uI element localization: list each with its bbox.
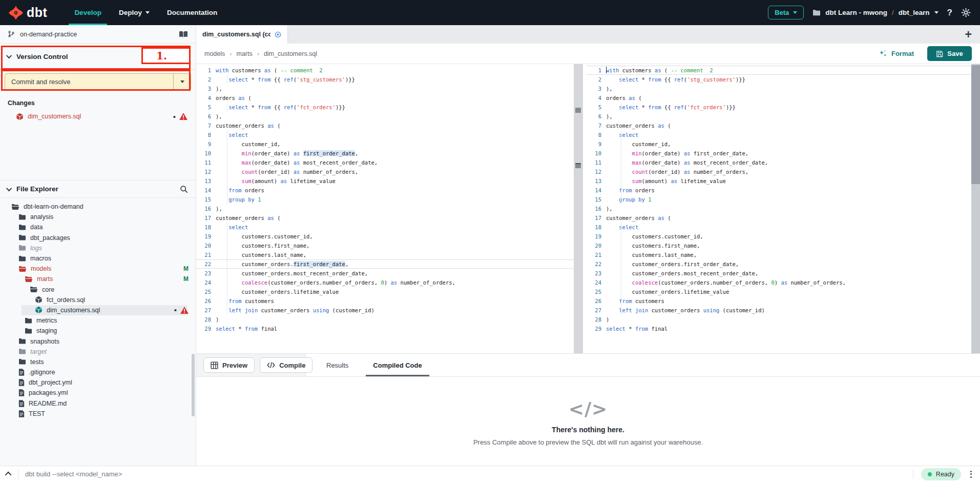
code-line-28[interactable]: 28) [587,315,971,324]
code-line-14[interactable]: 14 from orders [587,186,971,195]
code-line-18[interactable]: 18 select [196,223,574,232]
code-line-19[interactable]: 19 customers.customer_id, [587,232,971,241]
tree-item-dbt_project.yml[interactable]: dbt_project.yml [0,377,196,388]
file-explorer-header[interactable]: File Explorer [0,180,196,198]
code-line-3[interactable]: 3), [196,84,574,93]
code-line-22[interactable]: 22 customer_orders.first_order_date, [587,259,971,269]
code-line-2[interactable]: 2 select * from {{ ref('stg_customers')}… [196,75,574,84]
code-line-24[interactable]: 24 coalesce(customer_orders.number_of_or… [587,278,971,287]
code-line-10[interactable]: 10 min(order_date) as first_order_date, [196,149,574,158]
code-line-13[interactable]: 13 sum(amount) as lifetime_value [196,176,574,186]
code-line-3[interactable]: 3), [587,84,971,93]
left-pane-scrollbar[interactable] [574,64,583,353]
tree-item-snapshots[interactable]: snapshots [0,336,196,346]
commit-dropdown-toggle[interactable] [173,74,191,90]
tree-item-.gitignore[interactable]: .gitignore [0,367,196,377]
command-input[interactable]: dbt build --select <model_name> [25,470,906,478]
code-line-14[interactable]: 14 from orders [196,186,574,195]
project-switcher[interactable]: dbt Learn - mwong / dbt_learn [812,9,938,16]
sidebar-scrollbar[interactable] [192,354,195,416]
menu-develop[interactable]: Develop [66,0,110,25]
save-button[interactable]: Save [927,46,972,61]
code-line-20[interactable]: 20 customers.first_name, [196,241,574,250]
tree-item-data[interactable]: data [0,222,196,232]
code-line-4[interactable]: 4orders as ( [196,93,574,103]
tree-item-TEST[interactable]: TEST [0,409,196,419]
compile-button[interactable]: Compile [260,357,312,373]
preview-button[interactable]: Preview [203,357,255,373]
breadcrumb-item-dim_customers.sql[interactable]: dim_customers.sql [264,50,317,57]
menu-deploy[interactable]: Deploy [110,0,158,25]
code-line-15[interactable]: 15 group by 1 [196,195,574,204]
code-line-8[interactable]: 8 select [587,130,971,139]
code-line-12[interactable]: 12 count(order_id) as number_of_orders, [196,167,574,176]
code-line-11[interactable]: 11 max(order_date) as most_recent_order_… [587,158,971,167]
tree-item-models[interactable]: modelsM [0,264,196,274]
commit-and-resolve-button[interactable]: Commit and resolve [5,73,191,90]
tree-item-macros[interactable]: macros [0,253,196,264]
code-line-12[interactable]: 12 count(order_id) as number_of_orders, [587,167,971,176]
tree-item-target[interactable]: target [0,347,196,357]
editor-pane-left[interactable]: 1with customers as ( -- comment 22 selec… [196,64,574,353]
tree-item-dbt-learn-on-demand[interactable]: dbt-learn-on-demand [0,202,196,212]
beta-button[interactable]: Beta [768,6,804,19]
book-icon[interactable] [179,31,188,38]
code-line-6[interactable]: 6), [196,112,574,121]
code-line-21[interactable]: 21 customers.last_name, [196,250,574,259]
code-line-17[interactable]: 17customer_orders as ( [587,213,971,223]
tree-item-metrics[interactable]: metrics [0,315,196,326]
code-line-23[interactable]: 23 customer_orders.most_recent_order_dat… [196,269,574,278]
tab-results[interactable]: Results [326,354,348,376]
kebab-menu-icon[interactable] [969,469,973,479]
format-button[interactable]: Format [879,49,914,58]
code-line-25[interactable]: 25 customer_orders.lifetime_value [587,287,971,296]
code-line-5[interactable]: 5 select * from {{ ref('fct_orders')}} [196,103,574,112]
search-icon[interactable] [180,185,188,193]
tree-item-packages.yml[interactable]: packages.yml [0,388,196,398]
help-icon[interactable]: ? [947,8,952,18]
code-line-6[interactable]: 6), [587,112,971,121]
version-control-header[interactable]: Version Control [0,44,196,70]
code-line-29[interactable]: 29select * from final [196,324,574,333]
code-line-18[interactable]: 18 select [587,223,971,232]
code-line-8[interactable]: 8 select [196,130,574,139]
tree-item-analysis[interactable]: analysis [0,212,196,222]
code-line-1[interactable]: 1with customers as ( -- comment 2 [196,66,574,75]
code-line-21[interactable]: 21 customers.last_name, [587,250,971,259]
code-line-26[interactable]: 26 from customers [587,296,971,306]
code-line-13[interactable]: 13 sum(amount) as lifetime_value [587,176,971,186]
new-tab-button[interactable]: + [965,29,972,41]
menu-documentation[interactable]: Documentation [158,0,226,25]
code-line-7[interactable]: 7customer_orders as ( [587,121,971,130]
code-line-16[interactable]: 16), [587,204,971,213]
tree-item-fct_orders.sql[interactable]: fct_orders.sql [0,295,196,305]
tab-compiled-code[interactable]: Compiled Code [373,354,422,376]
code-line-1[interactable]: 1with customers as ( -- comment 2 [587,66,971,75]
chevron-up-icon[interactable] [5,472,12,478]
tree-item-README.md[interactable]: README.md [0,398,196,409]
code-line-19[interactable]: 19 customers.customer_id, [196,232,574,241]
code-line-9[interactable]: 9 customer_id, [587,139,971,149]
tree-item-tests[interactable]: tests [0,357,196,367]
breadcrumb-item-marts[interactable]: marts [236,50,252,57]
tree-item-dbt_packages[interactable]: dbt_packages [0,233,196,243]
tree-item-staging[interactable]: staging [0,326,196,336]
gear-icon[interactable] [961,8,971,17]
code-line-16[interactable]: 16), [196,204,574,213]
code-line-29[interactable]: 29select * from final [587,324,971,333]
code-line-27[interactable]: 27 left join customer_orders using (cust… [587,306,971,315]
code-line-17[interactable]: 17customer_orders as ( [196,213,574,223]
code-line-25[interactable]: 25 customer_orders.lifetime_value [196,287,574,296]
code-line-9[interactable]: 9 customer_id, [196,139,574,149]
tree-item-logs[interactable]: logs [0,243,196,253]
tab-dim-customers[interactable]: dim_customers.sql (confli... [196,25,288,44]
code-line-2[interactable]: 2 select * from {{ ref('stg_customers')}… [587,75,971,84]
editor-pane-right[interactable]: 1with customers as ( -- comment 22 selec… [583,64,971,353]
code-line-27[interactable]: 27 left join customer_orders using (cust… [196,306,574,315]
code-line-24[interactable]: 24 coalesce(customer_orders.number_of_or… [196,278,574,287]
code-line-15[interactable]: 15 group by 1 [587,195,971,204]
branch-row[interactable]: on-demand-practice [0,25,196,44]
code-line-10[interactable]: 10 min(order_date) as first_order_date, [587,149,971,158]
dbt-logo[interactable]: dbt [8,5,47,21]
code-line-20[interactable]: 20 customers.first_name, [587,241,971,250]
